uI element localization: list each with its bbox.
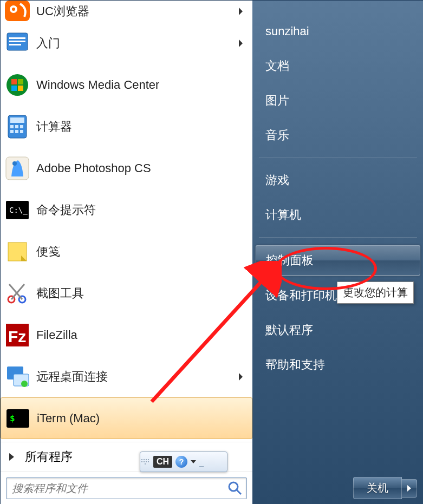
help-icon[interactable]: ? — [175, 456, 187, 468]
svg-rect-15 — [20, 130, 23, 133]
chevron-down-icon[interactable] — [191, 460, 196, 463]
program-item-wmc[interactable]: Windows Media Center — [1, 64, 252, 106]
svg-text:Fz: Fz — [8, 328, 26, 345]
separator — [259, 237, 417, 238]
shutdown-area: 关机 — [353, 477, 417, 499]
program-item-snipping[interactable]: 截图工具 — [1, 272, 252, 314]
shutdown-button[interactable]: 关机 — [353, 477, 402, 499]
photoshop-icon — [4, 155, 31, 182]
svg-rect-11 — [15, 125, 18, 128]
right-item-computer[interactable]: 计算机 — [252, 200, 423, 230]
search-input[interactable] — [6, 482, 227, 495]
program-item-getting-started[interactable]: 入门 — [1, 22, 252, 64]
svg-rect-20 — [8, 243, 27, 261]
remote-desktop-icon — [4, 363, 31, 390]
program-label: UC浏览器 — [36, 3, 89, 19]
svg-rect-10 — [10, 125, 14, 128]
getting-started-icon — [4, 30, 31, 57]
submenu-arrow-icon — [239, 373, 243, 381]
program-item-calculator[interactable]: 计算器 — [1, 106, 252, 147]
svg-text:C:\_: C:\_ — [9, 206, 28, 215]
sticky-notes-icon — [4, 238, 31, 265]
tooltip: 更改您的计算 — [337, 282, 414, 304]
svg-point-2 — [12, 8, 15, 11]
right-item-documents[interactable]: 文档 — [252, 51, 423, 81]
snipping-tool-icon — [4, 280, 31, 307]
right-item-help[interactable]: 帮助和支持 — [252, 350, 423, 379]
chevron-right-icon — [9, 453, 14, 461]
right-item-pictures[interactable]: 图片 — [252, 86, 423, 115]
program-item-rdp[interactable]: 远程桌面连接 — [1, 356, 252, 397]
filezilla-icon: Fz — [4, 322, 31, 349]
svg-rect-12 — [20, 125, 23, 128]
calculator-icon — [4, 113, 31, 140]
separator — [259, 158, 417, 158]
svg-line-31 — [237, 490, 241, 494]
start-menu-right-panel: sunzihai 文档 图片 音乐 游戏 计算机 控制面板 设备和打印机 默认程… — [252, 1, 423, 504]
program-label: 远程桌面连接 — [36, 369, 108, 385]
program-item-sticky-notes[interactable]: 便笺 — [1, 231, 252, 272]
svg-point-7 — [6, 74, 28, 96]
svg-rect-13 — [10, 130, 14, 133]
right-item-username[interactable]: sunzihai — [252, 17, 423, 46]
svg-rect-14 — [15, 130, 18, 133]
right-item-games[interactable]: 游戏 — [252, 166, 423, 195]
svg-text:$: $ — [10, 413, 15, 423]
program-label: iTerm (Mac) — [37, 411, 100, 426]
iterm-icon: $ — [4, 405, 31, 432]
all-programs-label: 所有程序 — [25, 449, 73, 465]
chevron-right-icon — [407, 485, 411, 492]
svg-point-27 — [21, 381, 28, 387]
ime-indicator[interactable]: CH — [153, 456, 172, 468]
program-item-photoshop[interactable]: Adobe Photoshop CS — [1, 147, 252, 189]
svg-point-30 — [229, 482, 238, 491]
search-icon — [227, 480, 243, 496]
start-menu-left-panel: UC浏览器 入门 Windows Media Center — [1, 1, 252, 504]
language-bar[interactable]: CH ? _ — [140, 451, 227, 472]
svg-rect-4 — [9, 37, 25, 39]
right-item-default-programs[interactable]: 默认程序 — [252, 316, 423, 345]
right-item-control-panel[interactable]: 控制面板 — [256, 245, 420, 276]
program-label: 计算器 — [36, 119, 72, 135]
svg-point-17 — [12, 161, 17, 166]
windows-media-center-icon — [4, 71, 31, 99]
search-box[interactable] — [6, 477, 247, 499]
program-item-cmd[interactable]: C:\_ 命令提示符 — [1, 189, 252, 231]
minimize-icon[interactable]: _ — [199, 457, 204, 466]
shutdown-options-button[interactable] — [402, 479, 417, 498]
command-prompt-icon: C:\_ — [4, 197, 31, 224]
svg-rect-6 — [9, 44, 21, 45]
grip-icon[interactable] — [140, 452, 150, 472]
program-item-filezilla[interactable]: Fz FileZilla — [1, 314, 252, 356]
program-label: Windows Media Center — [36, 78, 159, 92]
program-label: FileZilla — [36, 328, 77, 342]
right-item-music[interactable]: 音乐 — [252, 121, 423, 150]
start-menu: UC浏览器 入门 Windows Media Center — [0, 0, 423, 504]
submenu-arrow-icon — [239, 40, 243, 47]
program-label: 命令提示符 — [36, 202, 96, 218]
submenu-arrow-icon — [239, 8, 243, 15]
program-item-iterm[interactable]: $ iTerm (Mac) — [1, 397, 252, 439]
uc-browser-icon — [4, 1, 31, 25]
program-item-uc[interactable]: UC浏览器 — [1, 1, 252, 22]
svg-rect-9 — [10, 117, 24, 123]
program-label: Adobe Photoshop CS — [36, 161, 151, 175]
program-list: UC浏览器 入门 Windows Media Center — [1, 1, 252, 442]
program-label: 入门 — [36, 35, 60, 51]
program-label: 截图工具 — [36, 285, 84, 302]
search-area — [1, 472, 252, 504]
svg-rect-5 — [9, 41, 25, 42]
program-label: 便笺 — [36, 244, 60, 260]
